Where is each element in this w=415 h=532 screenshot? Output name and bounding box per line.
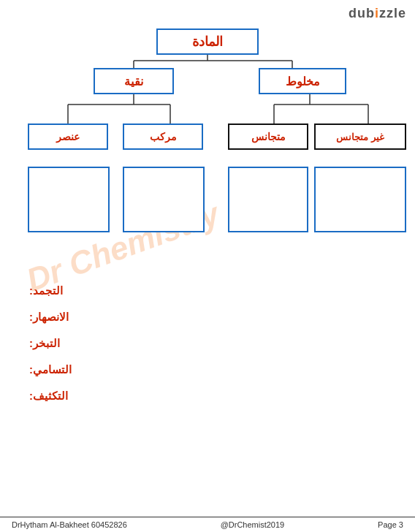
empty-box-1 xyxy=(28,167,110,232)
term-row-tabakhur: التبخر: xyxy=(29,337,386,350)
header: dubizzle xyxy=(0,0,415,24)
chart-area: المادة نقية مخلوط عنصر مركب متجانس غير م… xyxy=(15,24,400,273)
level1-node-naqiya: نقية xyxy=(94,68,174,94)
term-insihar: الانصهار: xyxy=(29,311,69,324)
level2-node-mutajanis: متجانس xyxy=(228,123,308,150)
footer: DrHytham Al-Bakheet 60452826 @DrChemist2… xyxy=(0,517,415,532)
term-row-insihar: الانصهار: xyxy=(29,311,386,324)
footer-center: @DrChemist2019 xyxy=(221,520,285,529)
level2-node-murakab: مركب xyxy=(123,123,203,150)
empty-box-2 xyxy=(123,167,205,232)
term-tasami: التسامي: xyxy=(29,363,72,376)
footer-left: DrHytham Al-Bakheet 60452826 xyxy=(12,520,127,529)
top-node: المادة xyxy=(156,28,259,55)
term-row-takthif: التكثيف: xyxy=(29,390,386,403)
empty-box-4 xyxy=(314,167,406,232)
term-row-tajamud: التجمد: xyxy=(29,284,386,297)
level1-node-makhloot: مخلوط xyxy=(259,68,346,94)
term-row-tasami: التسامي: xyxy=(29,363,386,376)
empty-box-3 xyxy=(228,167,308,232)
level2-node-ghayr: غير متجانس xyxy=(314,123,406,150)
term-tajamud: التجمد: xyxy=(29,284,63,297)
dubizzle-logo: dubizzle xyxy=(349,6,406,21)
term-tabakhur: التبخر: xyxy=(29,337,60,350)
footer-right: Page 3 xyxy=(378,520,403,529)
term-takthif: التكثيف: xyxy=(29,390,68,403)
terms-section: التجمد: الانصهار: التبخر: التسامي: التكث… xyxy=(15,284,400,403)
level2-node-unsur: عنصر xyxy=(28,123,108,150)
main-content: المادة نقية مخلوط عنصر مركب متجانس غير م… xyxy=(0,24,415,403)
